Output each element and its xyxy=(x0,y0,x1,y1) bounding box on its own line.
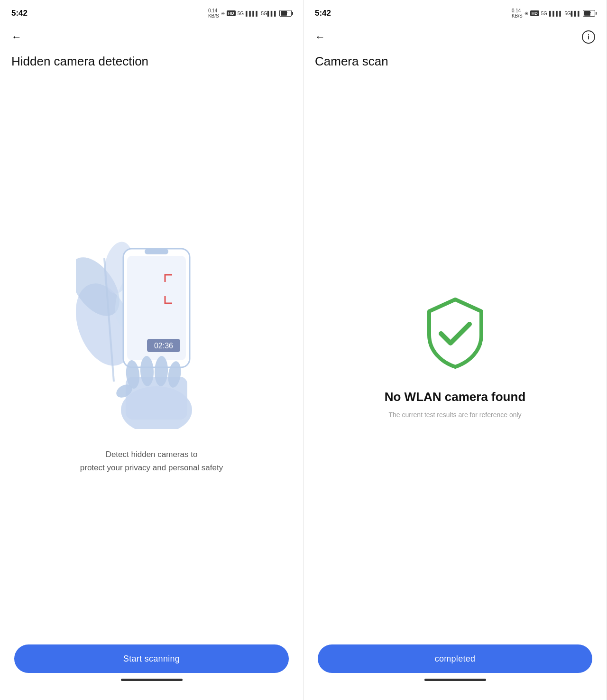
left-home-indicator xyxy=(121,679,183,681)
left-status-bar: 5:42 0.14KB/S ✳ HD 5G ▌▌▌▌ 5G▌▌▌ 37 xyxy=(0,0,303,24)
right-back-button[interactable]: ← xyxy=(315,31,325,43)
hd-badge-right: HD xyxy=(530,10,539,16)
battery-right: 37 xyxy=(583,10,595,17)
left-phone-screen: 5:42 0.14KB/S ✳ HD 5G ▌▌▌▌ 5G▌▌▌ 37 ← Hi… xyxy=(0,0,304,700)
svg-rect-7 xyxy=(145,249,168,254)
bluetooth-icon-right: ✳ xyxy=(524,11,528,16)
result-subtitle: The current test results are for referen… xyxy=(388,411,521,419)
completed-button[interactable]: completed xyxy=(318,644,592,673)
signal-bars-right-1: ▌▌▌▌ xyxy=(549,11,562,16)
start-scanning-button[interactable]: Start scanning xyxy=(14,644,289,673)
illustration-area: 02:36 Detect hidden cameras to protect y… xyxy=(0,78,303,635)
data-speed-left: 0.14KB/S xyxy=(208,8,219,19)
description-text: Detect hidden cameras to protect your pr… xyxy=(80,448,223,474)
left-page-title: Hidden camera detection xyxy=(0,50,303,78)
right-status-time: 5:42 xyxy=(315,9,331,18)
scan-result-area: No WLAN camera found The current test re… xyxy=(304,78,607,635)
left-back-button[interactable]: ← xyxy=(11,31,22,43)
right-nav-bar: ← i xyxy=(304,24,607,50)
left-status-icons: 0.14KB/S ✳ HD 5G ▌▌▌▌ 5G▌▌▌ 37 xyxy=(208,8,292,19)
signal-bars-right-2: 5G▌▌▌ xyxy=(564,11,581,16)
left-nav-bar: ← xyxy=(0,24,303,50)
right-phone-screen: 5:42 0.14KB/S ✳ HD 5G ▌▌▌▌ 5G▌▌▌ 37 ← i … xyxy=(304,0,607,700)
result-title: No WLAN camera found xyxy=(385,390,526,404)
info-button[interactable]: i xyxy=(582,30,595,44)
hand-phone-illustration: 02:36 xyxy=(95,239,218,429)
shield-check-icon xyxy=(420,295,491,371)
battery-left: 37 xyxy=(279,10,292,17)
signal-5g: 5G xyxy=(238,11,244,16)
signal-5g-right: 5G xyxy=(541,11,547,16)
right-status-icons: 0.14KB/S ✳ HD 5G ▌▌▌▌ 5G▌▌▌ 37 xyxy=(512,8,595,19)
hd-badge: HD xyxy=(227,10,236,16)
shield-icon-container xyxy=(417,295,493,371)
bluetooth-icon: ✳ xyxy=(221,11,225,16)
right-status-bar: 5:42 0.14KB/S ✳ HD 5G ▌▌▌▌ 5G▌▌▌ 37 xyxy=(304,0,607,24)
signal-bars-1: ▌▌▌▌ xyxy=(246,11,259,16)
right-page-title: Camera scan xyxy=(304,50,607,78)
left-bottom-area: Start scanning xyxy=(0,635,303,700)
svg-text:02:36: 02:36 xyxy=(154,342,173,350)
left-status-time: 5:42 xyxy=(11,9,28,18)
data-speed-right: 0.14KB/S xyxy=(512,8,523,19)
right-home-indicator xyxy=(424,679,486,681)
right-bottom-area: completed xyxy=(304,635,607,700)
signal-bars-2: 5G▌▌▌ xyxy=(261,11,277,16)
phone-illustration: 02:36 xyxy=(85,230,218,429)
